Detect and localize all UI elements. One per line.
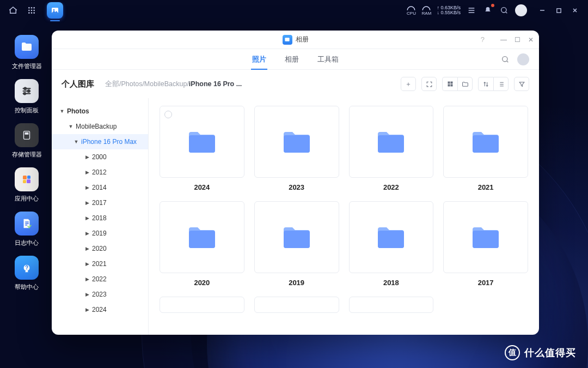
tab-photos[interactable]: 照片 [252,49,266,69]
view-list-button[interactable] [493,77,509,91]
tree-label: 2014 [92,184,107,191]
sidebar-item-file-manager[interactable]: 文件管理器 [12,35,42,70]
svg-rect-28 [450,85,452,87]
search-icon[interactable] [501,55,510,64]
search-icon[interactable] [499,5,510,16]
network-speed: ↑ 0.63KB/s ↓ 0.55KB/s [437,5,461,15]
folder-card[interactable] [160,297,244,313]
ram-meter[interactable]: RAM [421,5,431,16]
widgets-icon[interactable] [466,5,477,16]
folder-thumb [254,201,339,273]
tree-node-year[interactable]: ▶2024 [52,302,148,317]
svg-rect-26 [450,82,452,84]
breadcrumb[interactable]: 全部/Photos/MobileBackup/iPhone 16 Pro ... [105,80,242,89]
window-maximize-icon[interactable] [553,5,564,16]
tree-node-year[interactable]: ▶2018 [52,210,148,226]
folder-card[interactable]: 2022 [349,106,434,191]
svg-point-0 [28,7,30,9]
dock: 文件管理器 控制面板 存储管理器 应用中心 日志中心 帮助中心 [8,35,46,291]
folder-label: 2017 [478,279,494,287]
dock-label: 存储管理器 [12,150,42,159]
watermark: 值 什么值得买 [505,345,576,360]
tree-node-iphone[interactable]: ▼iPhone 16 Pro Max [52,134,148,149]
view-grid-button[interactable] [442,77,457,91]
watermark-badge: 值 [505,345,520,360]
svg-point-11 [501,8,506,13]
tree-node-year[interactable]: ▶2020 [52,241,148,256]
sidebar-item-storage-manager[interactable]: 存储管理器 [12,123,42,159]
sidebar-item-help-center[interactable]: 帮助中心 [15,256,39,291]
tree-node-year[interactable]: ▶2000 [52,149,148,165]
window-close-icon[interactable] [569,5,580,16]
folder-card[interactable]: 2019 [254,201,339,287]
app-icon [283,35,292,45]
folder-card[interactable]: 2017 [443,201,528,287]
tab-albums[interactable]: 相册 [285,49,299,69]
folder-card[interactable]: 2020 [160,201,244,287]
breadcrumb-prefix: 全部/Photos/MobileBackup/ [105,80,189,88]
tree-node-year[interactable]: ▶2019 [52,226,148,241]
cpu-meter[interactable]: CPU [406,5,416,16]
folder-icon [470,129,501,155]
svg-rect-25 [448,82,450,84]
sidebar-item-control-panel[interactable]: 控制面板 [15,79,39,114]
tree-node-year[interactable]: ▶2022 [52,272,148,287]
folder-card[interactable]: 2018 [349,201,434,287]
tree-node-year[interactable]: ▶2023 [52,287,148,302]
folder-card[interactable]: 2023 [254,106,339,191]
select-ring-icon[interactable] [164,111,172,118]
svg-point-15 [24,93,26,95]
window-close-icon[interactable]: ✕ [528,36,534,44]
folder-icon [376,129,406,155]
folder-icon [281,129,312,155]
folder-card[interactable] [254,297,339,313]
tree-label: 2018 [92,214,107,222]
folder-thumb [254,106,339,178]
tab-toolbox[interactable]: 工具箱 [317,49,339,69]
folder-icon [187,129,217,155]
notifications-icon[interactable] [482,5,493,16]
tree-label: 2022 [92,275,107,283]
help-button[interactable]: ? [481,35,485,44]
folder-card[interactable] [349,297,434,313]
user-avatar[interactable] [515,4,527,16]
folder-tree: ▼Photos ▼MobileBackup ▼iPhone 16 Pro Max… [52,98,149,335]
home-icon[interactable] [8,5,19,16]
svg-point-8 [33,12,35,14]
sort-button[interactable] [478,77,493,91]
tree-label: MobileBackup [76,123,117,130]
page-title: 个人图库 [62,79,94,89]
window-minimize-icon[interactable] [537,5,548,16]
svg-point-3 [28,10,30,11]
tab-label: 工具箱 [317,55,339,64]
folder-label: 2020 [194,279,210,287]
filter-button[interactable] [514,77,529,91]
account-avatar[interactable] [517,53,529,65]
fullscreen-button[interactable] [421,77,437,91]
folder-card[interactable]: 2024 [160,106,244,191]
tree-node-photos[interactable]: ▼Photos [52,104,148,119]
tree-node-mobilebackup[interactable]: ▼MobileBackup [52,119,148,134]
active-app-photos-icon[interactable] [47,2,63,19]
tree-node-year[interactable]: ▶2017 [52,195,148,210]
toolbar: 个人图库 全部/Photos/MobileBackup/iPhone 16 Pr… [52,70,539,98]
svg-rect-27 [448,85,450,87]
tree-node-year[interactable]: ▶2021 [52,256,148,272]
folder-grid: 20242023202220212020201920182017 [149,98,539,335]
add-button[interactable]: ＋ [401,77,416,91]
svg-point-2 [33,7,35,9]
tree-node-year[interactable]: ▶2014 [52,180,148,195]
app-grid-icon[interactable] [26,5,37,16]
tree-node-year[interactable]: ▶2012 [52,165,148,180]
window-minimize-icon[interactable]: — [500,36,507,44]
tree-label: 2023 [92,291,107,298]
tree-label: 2021 [92,260,107,268]
folder-thumb [349,201,434,273]
sidebar-item-log-center[interactable]: 日志中心 [15,212,39,247]
titlebar: 相册 ? — ☐ ✕ [52,31,539,49]
folder-card[interactable]: 2021 [443,106,528,191]
dock-label: 文件管理器 [12,62,42,70]
view-folder-button[interactable] [457,77,473,91]
sidebar-item-app-center[interactable]: 应用中心 [15,167,39,203]
window-maximize-icon[interactable]: ☐ [514,36,520,44]
